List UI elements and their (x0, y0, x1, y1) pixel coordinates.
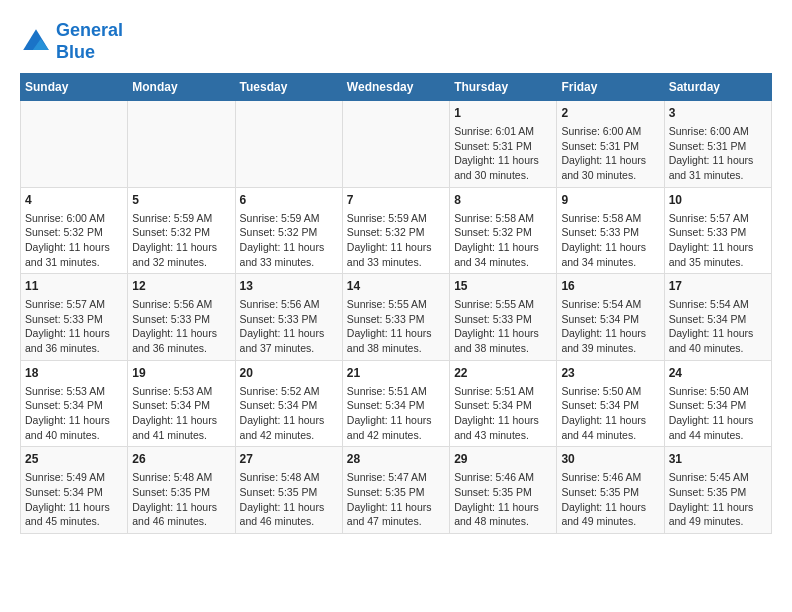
day-number: 7 (347, 192, 445, 209)
calendar-cell: 3Sunrise: 6:00 AMSunset: 5:31 PMDaylight… (664, 101, 771, 188)
calendar-cell: 30Sunrise: 5:46 AMSunset: 5:35 PMDayligh… (557, 447, 664, 534)
day-number: 4 (25, 192, 123, 209)
day-number: 14 (347, 278, 445, 295)
calendar-cell: 31Sunrise: 5:45 AMSunset: 5:35 PMDayligh… (664, 447, 771, 534)
day-number: 16 (561, 278, 659, 295)
calendar-cell: 11Sunrise: 5:57 AMSunset: 5:33 PMDayligh… (21, 274, 128, 361)
calendar-cell (235, 101, 342, 188)
calendar-cell: 1Sunrise: 6:01 AMSunset: 5:31 PMDaylight… (450, 101, 557, 188)
calendar-week-2: 4Sunrise: 6:00 AMSunset: 5:32 PMDaylight… (21, 187, 772, 274)
logo-text: General Blue (56, 20, 123, 63)
calendar-header-row: SundayMondayTuesdayWednesdayThursdayFrid… (21, 74, 772, 101)
day-info: Sunrise: 5:52 AMSunset: 5:34 PMDaylight:… (240, 384, 338, 443)
day-info: Sunrise: 6:00 AMSunset: 5:32 PMDaylight:… (25, 211, 123, 270)
day-number: 22 (454, 365, 552, 382)
day-info: Sunrise: 5:53 AMSunset: 5:34 PMDaylight:… (132, 384, 230, 443)
day-info: Sunrise: 5:51 AMSunset: 5:34 PMDaylight:… (454, 384, 552, 443)
day-number: 13 (240, 278, 338, 295)
day-info: Sunrise: 5:59 AMSunset: 5:32 PMDaylight:… (132, 211, 230, 270)
header-wednesday: Wednesday (342, 74, 449, 101)
calendar-cell: 23Sunrise: 5:50 AMSunset: 5:34 PMDayligh… (557, 360, 664, 447)
calendar-cell: 24Sunrise: 5:50 AMSunset: 5:34 PMDayligh… (664, 360, 771, 447)
day-number: 31 (669, 451, 767, 468)
day-info: Sunrise: 5:58 AMSunset: 5:32 PMDaylight:… (454, 211, 552, 270)
day-number: 20 (240, 365, 338, 382)
day-number: 2 (561, 105, 659, 122)
day-info: Sunrise: 5:57 AMSunset: 5:33 PMDaylight:… (669, 211, 767, 270)
calendar-cell (342, 101, 449, 188)
day-number: 15 (454, 278, 552, 295)
calendar-cell: 29Sunrise: 5:46 AMSunset: 5:35 PMDayligh… (450, 447, 557, 534)
calendar-cell: 28Sunrise: 5:47 AMSunset: 5:35 PMDayligh… (342, 447, 449, 534)
day-number: 26 (132, 451, 230, 468)
calendar-cell: 13Sunrise: 5:56 AMSunset: 5:33 PMDayligh… (235, 274, 342, 361)
day-number: 30 (561, 451, 659, 468)
day-info: Sunrise: 6:00 AMSunset: 5:31 PMDaylight:… (669, 124, 767, 183)
calendar-cell: 15Sunrise: 5:55 AMSunset: 5:33 PMDayligh… (450, 274, 557, 361)
day-number: 27 (240, 451, 338, 468)
day-info: Sunrise: 5:47 AMSunset: 5:35 PMDaylight:… (347, 470, 445, 529)
page-header: General Blue (20, 20, 772, 63)
day-number: 11 (25, 278, 123, 295)
day-info: Sunrise: 5:46 AMSunset: 5:35 PMDaylight:… (561, 470, 659, 529)
calendar-cell: 14Sunrise: 5:55 AMSunset: 5:33 PMDayligh… (342, 274, 449, 361)
day-number: 6 (240, 192, 338, 209)
day-info: Sunrise: 5:45 AMSunset: 5:35 PMDaylight:… (669, 470, 767, 529)
calendar-week-4: 18Sunrise: 5:53 AMSunset: 5:34 PMDayligh… (21, 360, 772, 447)
day-info: Sunrise: 5:50 AMSunset: 5:34 PMDaylight:… (561, 384, 659, 443)
day-info: Sunrise: 5:48 AMSunset: 5:35 PMDaylight:… (240, 470, 338, 529)
calendar-cell: 10Sunrise: 5:57 AMSunset: 5:33 PMDayligh… (664, 187, 771, 274)
day-number: 29 (454, 451, 552, 468)
calendar-cell: 27Sunrise: 5:48 AMSunset: 5:35 PMDayligh… (235, 447, 342, 534)
calendar-cell: 18Sunrise: 5:53 AMSunset: 5:34 PMDayligh… (21, 360, 128, 447)
calendar-week-5: 25Sunrise: 5:49 AMSunset: 5:34 PMDayligh… (21, 447, 772, 534)
day-info: Sunrise: 5:53 AMSunset: 5:34 PMDaylight:… (25, 384, 123, 443)
calendar-cell: 6Sunrise: 5:59 AMSunset: 5:32 PMDaylight… (235, 187, 342, 274)
calendar-cell: 16Sunrise: 5:54 AMSunset: 5:34 PMDayligh… (557, 274, 664, 361)
calendar-cell: 4Sunrise: 6:00 AMSunset: 5:32 PMDaylight… (21, 187, 128, 274)
day-info: Sunrise: 5:54 AMSunset: 5:34 PMDaylight:… (669, 297, 767, 356)
calendar-cell: 26Sunrise: 5:48 AMSunset: 5:35 PMDayligh… (128, 447, 235, 534)
day-info: Sunrise: 5:51 AMSunset: 5:34 PMDaylight:… (347, 384, 445, 443)
day-info: Sunrise: 5:57 AMSunset: 5:33 PMDaylight:… (25, 297, 123, 356)
day-number: 8 (454, 192, 552, 209)
header-monday: Monday (128, 74, 235, 101)
day-number: 5 (132, 192, 230, 209)
calendar-cell: 17Sunrise: 5:54 AMSunset: 5:34 PMDayligh… (664, 274, 771, 361)
day-info: Sunrise: 5:46 AMSunset: 5:35 PMDaylight:… (454, 470, 552, 529)
header-tuesday: Tuesday (235, 74, 342, 101)
day-info: Sunrise: 5:48 AMSunset: 5:35 PMDaylight:… (132, 470, 230, 529)
day-number: 25 (25, 451, 123, 468)
day-number: 23 (561, 365, 659, 382)
day-number: 19 (132, 365, 230, 382)
day-info: Sunrise: 5:59 AMSunset: 5:32 PMDaylight:… (347, 211, 445, 270)
calendar-cell: 8Sunrise: 5:58 AMSunset: 5:32 PMDaylight… (450, 187, 557, 274)
day-info: Sunrise: 5:54 AMSunset: 5:34 PMDaylight:… (561, 297, 659, 356)
day-info: Sunrise: 5:58 AMSunset: 5:33 PMDaylight:… (561, 211, 659, 270)
day-number: 3 (669, 105, 767, 122)
day-info: Sunrise: 5:56 AMSunset: 5:33 PMDaylight:… (240, 297, 338, 356)
day-number: 21 (347, 365, 445, 382)
header-sunday: Sunday (21, 74, 128, 101)
day-info: Sunrise: 5:55 AMSunset: 5:33 PMDaylight:… (347, 297, 445, 356)
day-info: Sunrise: 5:55 AMSunset: 5:33 PMDaylight:… (454, 297, 552, 356)
day-number: 24 (669, 365, 767, 382)
day-info: Sunrise: 5:56 AMSunset: 5:33 PMDaylight:… (132, 297, 230, 356)
calendar-cell: 2Sunrise: 6:00 AMSunset: 5:31 PMDaylight… (557, 101, 664, 188)
day-number: 1 (454, 105, 552, 122)
header-saturday: Saturday (664, 74, 771, 101)
calendar-cell: 12Sunrise: 5:56 AMSunset: 5:33 PMDayligh… (128, 274, 235, 361)
calendar-cell (21, 101, 128, 188)
logo-icon (20, 26, 52, 58)
day-info: Sunrise: 5:50 AMSunset: 5:34 PMDaylight:… (669, 384, 767, 443)
day-info: Sunrise: 5:59 AMSunset: 5:32 PMDaylight:… (240, 211, 338, 270)
calendar-cell: 19Sunrise: 5:53 AMSunset: 5:34 PMDayligh… (128, 360, 235, 447)
calendar-cell: 21Sunrise: 5:51 AMSunset: 5:34 PMDayligh… (342, 360, 449, 447)
day-info: Sunrise: 6:00 AMSunset: 5:31 PMDaylight:… (561, 124, 659, 183)
day-info: Sunrise: 6:01 AMSunset: 5:31 PMDaylight:… (454, 124, 552, 183)
calendar-cell: 25Sunrise: 5:49 AMSunset: 5:34 PMDayligh… (21, 447, 128, 534)
day-number: 10 (669, 192, 767, 209)
day-number: 18 (25, 365, 123, 382)
day-number: 9 (561, 192, 659, 209)
day-number: 12 (132, 278, 230, 295)
